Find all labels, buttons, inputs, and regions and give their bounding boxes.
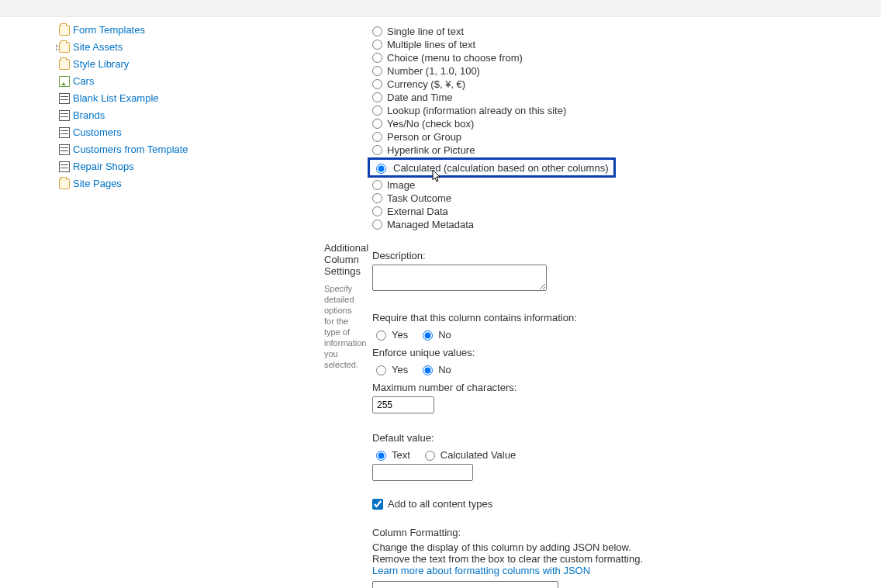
type-option-lookup[interactable]: Lookup (information already on this site…	[372, 104, 873, 117]
sidebar-item-style-library[interactable]: Style Library	[59, 56, 209, 73]
add-content-types-checkbox[interactable]	[372, 499, 383, 510]
type-option-datetime[interactable]: Date and Time	[372, 91, 873, 104]
sidebar-item-brands[interactable]: Brands	[59, 107, 209, 124]
sidebar-item-cars[interactable]: Cars	[59, 73, 209, 90]
default-calc-radio[interactable]	[425, 451, 435, 461]
formatting-line1: Change the display of this column by add…	[372, 541, 675, 553]
enforce-no-option[interactable]: No	[419, 363, 451, 375]
type-radio[interactable]	[372, 66, 382, 76]
default-calc-option[interactable]: Calculated Value	[421, 448, 516, 461]
type-option-managed-metadata[interactable]: Managed Metadata	[372, 218, 873, 231]
add-content-types-row[interactable]: Add to all content types	[372, 498, 873, 510]
require-label: Require that this column contains inform…	[372, 312, 873, 323]
image-icon	[59, 76, 70, 87]
enforce-label: Enforce unique values:	[372, 347, 873, 358]
type-radio[interactable]	[372, 40, 382, 50]
type-radio[interactable]	[372, 180, 382, 190]
type-radio[interactable]	[372, 79, 382, 89]
enforce-no-radio[interactable]	[423, 365, 433, 375]
sidebar-item-label[interactable]: Customers	[73, 126, 122, 140]
type-option-yesno[interactable]: Yes/No (check box)	[372, 117, 873, 130]
type-radio[interactable]	[372, 145, 382, 155]
mouse-cursor-icon	[432, 169, 443, 183]
type-option-currency[interactable]: Currency ($, ¥, €)	[372, 78, 873, 91]
type-option-task-outcome[interactable]: Task Outcome	[372, 192, 873, 205]
type-radio[interactable]	[372, 53, 382, 63]
require-no-radio[interactable]	[423, 330, 433, 341]
folder-icon	[59, 59, 70, 70]
column-formatting: Column Formatting: Change the display of…	[372, 527, 675, 588]
sidebar-item-customers-template[interactable]: Customers from Template	[59, 141, 209, 158]
sidebar-item-label[interactable]: Site Pages	[73, 177, 122, 191]
top-banner	[0, 0, 881, 17]
sidebar-item-label[interactable]: Form Templates	[73, 23, 145, 37]
enforce-yes-radio[interactable]	[376, 365, 386, 375]
type-label: Calculated (calculation based on other c…	[393, 162, 609, 174]
sidebar-item-label[interactable]: Customers from Template	[73, 143, 188, 157]
type-option-multi-line[interactable]: Multiple lines of text	[372, 38, 873, 51]
sidebar-item-blank-list[interactable]: Blank List Example	[59, 90, 209, 107]
sidebar-item-label[interactable]: Style Library	[73, 57, 129, 71]
list-icon	[59, 127, 70, 138]
default-text-label: Text	[392, 449, 410, 461]
add-content-types-label: Add to all content types	[388, 498, 492, 510]
settings-form: Single line of text Multiple lines of te…	[372, 20, 873, 588]
default-text-radio[interactable]	[376, 451, 386, 461]
column-type-group: Single line of text Multiple lines of te…	[372, 25, 873, 231]
type-option-choice[interactable]: Choice (menu to choose from)	[372, 51, 873, 64]
require-yes-radio[interactable]	[376, 330, 386, 341]
sidebar-item-site-assets[interactable]: ▷ Site Assets	[59, 39, 209, 56]
default-label: Default value:	[372, 432, 873, 444]
type-option-number[interactable]: Number (1, 1.0, 100)	[372, 64, 873, 78]
maxchars-input[interactable]	[372, 396, 434, 413]
type-label: Managed Metadata	[387, 219, 474, 230]
type-label: Lookup (information already on this site…	[387, 105, 566, 116]
type-radio[interactable]	[372, 193, 382, 203]
folder-icon	[59, 42, 70, 53]
type-radio[interactable]	[376, 164, 386, 174]
page-container: Form Templates ▷ Site Assets Style Libra…	[0, 17, 881, 588]
type-option-image[interactable]: Image	[372, 178, 873, 192]
sidebar-item-site-pages[interactable]: Site Pages	[59, 175, 209, 192]
sidebar-item-repair-shops[interactable]: Repair Shops	[59, 158, 209, 175]
type-radio[interactable]	[372, 119, 382, 129]
type-radio[interactable]	[372, 220, 382, 230]
sidebar-item-label[interactable]: Repair Shops	[73, 160, 134, 174]
sidebar-item-customers[interactable]: Customers	[59, 124, 209, 141]
sidebar-item-label[interactable]: Cars	[73, 74, 94, 88]
type-option-hyperlink[interactable]: Hyperlink or Picture	[372, 144, 873, 157]
formatting-link[interactable]: Learn more about formatting columns with…	[372, 565, 590, 576]
enforce-no-label: No	[438, 364, 451, 375]
type-label: Yes/No (check box)	[387, 118, 474, 130]
description-input[interactable]	[372, 265, 547, 291]
sidebar-item-form-templates[interactable]: Form Templates	[59, 22, 209, 39]
type-option-single-line[interactable]: Single line of text	[372, 25, 873, 38]
type-radio[interactable]	[372, 206, 382, 216]
require-yes-option[interactable]: Yes	[372, 328, 408, 341]
type-radio[interactable]	[372, 132, 382, 142]
type-radio[interactable]	[372, 92, 382, 102]
formatting-json-input[interactable]	[372, 581, 558, 588]
default-text-option[interactable]: Text	[372, 448, 410, 461]
sidebar-item-label[interactable]: Site Assets	[73, 40, 123, 54]
type-option-external-data[interactable]: External Data	[372, 205, 873, 218]
type-label: Hyperlink or Picture	[387, 144, 475, 156]
default-calc-label: Calculated Value	[440, 449, 516, 461]
sidebar: Form Templates ▷ Site Assets Style Libra…	[0, 17, 217, 588]
type-label: Number (1, 1.0, 100)	[387, 65, 480, 77]
type-radio[interactable]	[372, 105, 382, 116]
folder-icon	[59, 178, 70, 189]
sidebar-item-label[interactable]: Blank List Example	[73, 92, 159, 105]
default-value-field: Default value: Text Calculated Value	[372, 432, 873, 481]
type-label: Single line of text	[387, 26, 464, 37]
sidebar-item-label[interactable]: Brands	[73, 109, 105, 123]
require-no-label: No	[438, 329, 451, 341]
main-content: Additional Column Settings Specify detai…	[217, 17, 881, 588]
type-option-person[interactable]: Person or Group	[372, 130, 873, 144]
require-field: Require that this column contains inform…	[372, 312, 873, 413]
type-radio[interactable]	[372, 26, 382, 36]
require-no-option[interactable]: No	[419, 328, 451, 341]
enforce-yes-option[interactable]: Yes	[372, 363, 408, 375]
type-option-calculated[interactable]: Calculated (calculation based on other c…	[368, 157, 616, 178]
default-value-input[interactable]	[372, 464, 473, 481]
